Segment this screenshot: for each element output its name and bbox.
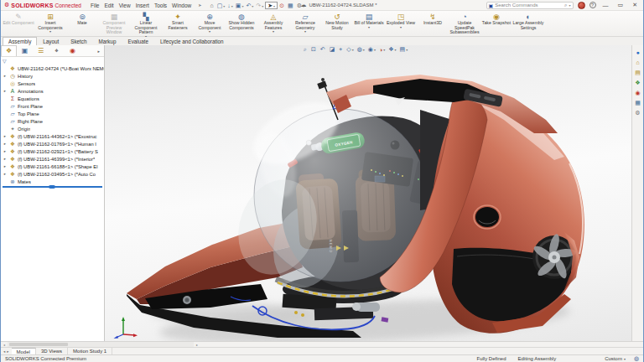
search-input[interactable]: ▣ Search Commands ⌕ ▾ <box>486 2 574 9</box>
globe-icon[interactable]: ◍ <box>634 355 639 362</box>
task-pane-icon[interactable]: ▤ <box>635 70 641 75</box>
expand-caret-icon[interactable]: ▸ <box>3 149 8 153</box>
task-pane-icon[interactable]: ⚙ <box>635 110 640 116</box>
scrollbar-thumb[interactable] <box>9 343 68 346</box>
ribbon-button[interactable]: ◔ Update SpeedPak Subassemblies <box>449 12 480 36</box>
tree-root[interactable]: ❖ UBW-21162-04724 (*U-Boat Worx NEMO <box>3 65 104 72</box>
tree-item[interactable]: ◎ Sensors <box>3 80 104 87</box>
search-icon[interactable]: ⌕ <box>564 3 567 8</box>
view-tool-button[interactable]: ◍ ▾ <box>357 46 365 53</box>
expand-caret-icon[interactable]: ▸ <box>3 142 8 146</box>
ribbon-button[interactable]: ⊚ Mate <box>66 12 98 36</box>
panel-tab[interactable]: ☰ <box>33 46 49 56</box>
ribbon-button[interactable]: ◉ Take Snapshot <box>480 12 512 36</box>
ribbon-button[interactable]: ◬ Assembly Features ▾ <box>257 12 289 36</box>
restore-button[interactable]: ▭ <box>615 2 626 8</box>
quick-access-button[interactable]: ▢ ▾ <box>216 3 226 8</box>
quick-access-button[interactable]: ⚙ ▾ <box>296 3 305 8</box>
ribbon-tab[interactable]: Markup <box>92 37 122 45</box>
quick-access-button[interactable]: ↶ ▾ <box>245 3 254 8</box>
model-tab[interactable]: Model <box>12 348 36 354</box>
tree-item[interactable]: ▸ ❖ (f) UBW-21162-02921<1> (*Battery S <box>3 147 104 155</box>
task-pane-icon[interactable]: ◉ <box>635 90 640 96</box>
view-tool-button[interactable]: ◑ ▾ <box>379 47 385 53</box>
quick-access-button[interactable]: ↓ ▾ <box>226 3 234 8</box>
horizontal-scrollbar[interactable]: ◂ ▸ <box>1 341 643 347</box>
ribbon-button[interactable]: ▤ Bill of Materials ▾ <box>353 12 385 36</box>
quick-access-button[interactable]: ⊙ <box>278 3 286 8</box>
minimize-button[interactable]: — <box>600 3 611 8</box>
ribbon-tab[interactable]: Sketch <box>65 37 92 45</box>
ribbon-button[interactable]: ◍ Show Hidden Components <box>226 12 257 36</box>
expand-caret-icon[interactable]: ▸ <box>3 164 8 168</box>
ribbon-button[interactable]: ✎ Edit Component <box>3 12 34 36</box>
tree-item[interactable]: ▱ Front Plane <box>3 102 104 110</box>
ribbon-button[interactable]: ▦ Component Preview Window <box>98 12 130 36</box>
expand-caret-icon[interactable]: ▸ <box>3 89 8 93</box>
tree-item[interactable]: ▸ ❖ (f) UBW-21161-66188<1> (*Shape El <box>3 163 104 170</box>
view-tool-button[interactable]: ◇ ▾ <box>346 46 353 53</box>
ribbon-button[interactable]: ↺ New Motion Study <box>321 12 353 36</box>
tab-nav[interactable]: ◂ ▸ <box>1 348 12 354</box>
filter-icon[interactable]: ▽ <box>3 58 7 64</box>
ribbon-tab[interactable]: Assembly <box>3 37 37 45</box>
view-tool-button[interactable]: ❖ ▾ <box>388 46 396 53</box>
ribbon-button[interactable]: ⊞ Insert Components ▾ <box>34 12 66 36</box>
panel-tab[interactable]: ◉ <box>65 46 80 56</box>
units-dropdown[interactable]: Custom ▾ <box>605 356 626 361</box>
tree-item[interactable]: ▸ ◷ History <box>3 72 104 80</box>
view-tool-button[interactable]: ⌕ <box>304 46 308 53</box>
view-tool-button[interactable]: ⊡ <box>311 46 317 53</box>
close-button[interactable]: ✕ <box>630 2 640 8</box>
menu-item[interactable]: Insert <box>133 3 152 8</box>
ribbon-button[interactable]: ⊕ Move Component ▾ <box>194 12 226 36</box>
view-tool-button[interactable]: ▤ ▾ <box>400 46 408 53</box>
submarine-3d-model[interactable]: NEMO OXYGEN <box>105 45 631 341</box>
panel-tab[interactable]: ⌖ <box>49 46 65 56</box>
menu-item[interactable]: Window <box>169 3 194 8</box>
rollback-bar[interactable] <box>3 186 102 188</box>
ribbon-tab[interactable]: Layout <box>37 37 65 45</box>
task-pane-icon[interactable]: ❖ <box>635 80 640 85</box>
menu-item[interactable]: Edit <box>101 3 116 8</box>
tab-nav-left-icon[interactable]: ◂ <box>3 349 5 354</box>
view-tool-button[interactable]: ◪ <box>330 46 336 53</box>
menu-item[interactable]: File <box>88 3 101 8</box>
expand-caret-icon[interactable]: ▸ <box>3 172 8 176</box>
tree-item[interactable]: ▱ Top Plane <box>3 110 104 117</box>
panel-tab[interactable]: ▣ <box>17 46 33 56</box>
expand-caret-icon[interactable]: ▸ <box>3 134 8 138</box>
user-avatar[interactable] <box>578 2 585 9</box>
expand-caret-icon[interactable]: ▸ <box>3 157 8 161</box>
task-pane-icon[interactable]: ⌂ <box>636 59 639 65</box>
ribbon-button[interactable]: ▚ Linear Component Pattern ▾ <box>130 12 162 36</box>
ribbon-button[interactable]: ◐ Large Assembly Settings <box>512 12 544 36</box>
tree-item[interactable]: ⌖ Origin <box>3 125 104 132</box>
model-tab[interactable]: Motion Study 1 <box>68 348 112 354</box>
tree-item[interactable]: ▸ ❖ (f) UBW-21162-01769<1> (*Human I <box>3 140 104 147</box>
quick-access-button[interactable]: ➤ ▾ <box>265 2 278 9</box>
task-pane-icon[interactable]: ▦ <box>635 100 641 106</box>
graphics-viewport[interactable]: ⌕ ⊡ ↶ ◪ ⌖ ◇ <box>105 45 631 341</box>
tree-item[interactable]: ⊚ Mates <box>3 178 104 185</box>
tree-item[interactable]: ▸ ❖ (f) UBW-21161-46399<1> (*Interior* <box>3 155 104 163</box>
tree-item[interactable]: ▱ Right Plane <box>3 117 104 125</box>
tree-item[interactable]: ▸ ❖ (f) UBW-21161-44362<1> (*Exostruc <box>3 132 104 140</box>
tree-item[interactable]: ▸ A Annotations <box>3 87 104 95</box>
help-button[interactable]: ? <box>589 2 596 8</box>
view-tool-button[interactable]: ◉ ▾ <box>368 46 376 53</box>
quick-access-button[interactable]: ↷ ▾ <box>255 3 264 8</box>
tree-item[interactable]: Σ Equations <box>3 95 104 102</box>
quick-access-button[interactable]: ▦ <box>287 3 295 8</box>
ribbon-button[interactable]: ▱ Reference Geometry ▾ <box>289 12 321 36</box>
ribbon-tab[interactable]: Lifecycle and Collaboration <box>154 37 230 45</box>
ribbon-button[interactable]: ✦ Smart Fasteners <box>162 12 194 36</box>
tree-item[interactable]: ▸ ❖ (f) UBW-21162-03495<1> (*Auto Co <box>3 170 104 178</box>
pin-menu-icon[interactable]: ➤ <box>198 3 201 8</box>
model-tab[interactable]: 3D Views <box>36 348 68 354</box>
search-caret-icon[interactable]: ▾ <box>569 3 570 8</box>
ribbon-tab[interactable]: Evaluate <box>122 37 154 45</box>
tab-nav-right-icon[interactable]: ▸ <box>7 349 8 354</box>
view-tool-button[interactable]: ↶ <box>320 46 326 53</box>
expand-caret-icon[interactable]: ▸ <box>3 74 8 78</box>
